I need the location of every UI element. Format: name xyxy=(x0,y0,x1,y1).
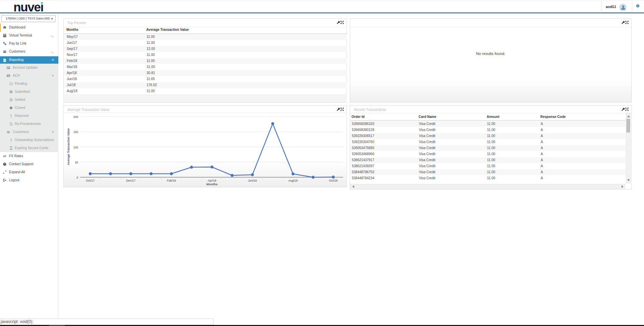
svg-text:Apr/18: Apr/18 xyxy=(208,179,216,182)
svg-text:100: 100 xyxy=(73,146,78,149)
svg-text:Oct/17: Oct/17 xyxy=(86,179,95,182)
svg-text:?: ? xyxy=(4,163,5,165)
svg-text:0: 0 xyxy=(76,176,78,179)
svg-text:150: 150 xyxy=(73,130,78,134)
svg-text:Oct/18: Oct/18 xyxy=(329,179,338,182)
svg-text:Jun/18: Jun/18 xyxy=(248,179,257,182)
svg-text:Months: Months xyxy=(206,182,218,186)
svg-text:Dec/17: Dec/17 xyxy=(126,179,136,182)
svg-text:50: 50 xyxy=(75,161,78,164)
svg-text:Aug/18: Aug/18 xyxy=(288,179,298,182)
svg-text:200: 200 xyxy=(73,115,78,119)
svg-text:Feb/18: Feb/18 xyxy=(167,179,176,182)
svg-text:Average Transaction Value: Average Transaction Value xyxy=(67,128,70,165)
